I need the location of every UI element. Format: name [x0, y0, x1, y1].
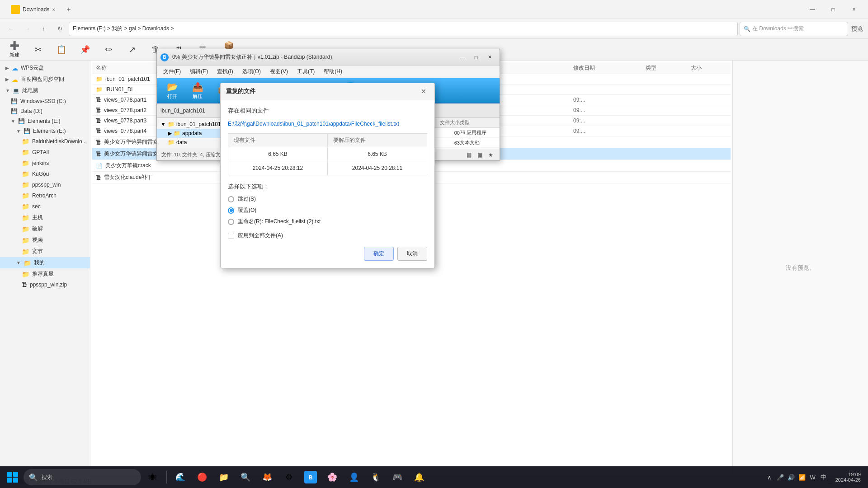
sidebar-item-tuijian[interactable]: 📁 推荐真显 — [0, 268, 90, 280]
sidebar-item-elements-e[interactable]: ▼ 💾 Elements (E:) — [0, 116, 90, 126]
bz-menu-view[interactable]: 视图(V) — [265, 66, 292, 77]
taskbar-app-chrome[interactable]: 🔴 — [192, 467, 212, 487]
view-toggle-button[interactable]: 预览 — [850, 22, 864, 36]
bz-menu-file[interactable]: 文件(F) — [159, 66, 185, 77]
tray-wps[interactable]: W — [808, 473, 817, 482]
bz-title-text: 0% 美少女万华镜异闻雷女修正补丁v1.01.zip - Bandizip (S… — [172, 53, 456, 61]
taskbar-app-explorer[interactable]: 📁 — [214, 467, 234, 487]
maximize-button[interactable]: □ — [823, 2, 844, 17]
bz-menu-find[interactable]: 查找(I) — [212, 66, 237, 77]
bz-close-button[interactable]: ✕ — [483, 52, 496, 62]
dup-apply-all-checkbox[interactable] — [228, 233, 234, 239]
file-icon: 📄 — [96, 163, 103, 169]
chrome-icon: 🔴 — [196, 471, 208, 483]
back-button[interactable]: ← — [4, 22, 18, 36]
sidebar-item-zhuji[interactable]: 📁 主机 — [0, 212, 90, 223]
new-tab-button[interactable]: + — [62, 3, 75, 16]
sidebar-item-label: 宽节 — [32, 248, 43, 255]
sidebar-item-gptall[interactable]: 📁 GPTAll — [0, 147, 90, 158]
taskbar-app-firefox[interactable]: 🦊 — [257, 467, 277, 487]
taskbar-app-anime[interactable]: 🌸 — [322, 467, 342, 487]
sidebar-item-ppsspp-zip[interactable]: 🗜 ppsspp_win.zip — [0, 280, 90, 290]
bz-star-icon[interactable]: ★ — [486, 150, 495, 160]
sidebar-item-kugou[interactable]: 📁 KuGou — [0, 169, 90, 179]
forward-button[interactable]: → — [20, 22, 34, 36]
zip-icon: 🗜 — [22, 282, 27, 288]
drive-icon: 💾 — [11, 108, 18, 114]
bz-list-icon[interactable]: ▤ — [464, 150, 473, 160]
new-button[interactable]: ➕ 新建 — [4, 39, 25, 60]
taskbar-app-settings[interactable]: ⚙ — [279, 467, 299, 487]
sidebar-item-retroarch[interactable]: 📁 RetroArch — [0, 190, 90, 201]
share-button[interactable]: ↗ — [121, 43, 143, 56]
tab-close-button[interactable]: × — [52, 7, 55, 12]
up-button[interactable]: ↑ — [36, 22, 51, 36]
start-button[interactable] — [4, 468, 22, 486]
sidebar-item-wps[interactable]: ▶ ☁ WPS云盘 — [0, 62, 90, 74]
bz-menu-options[interactable]: 选项(O) — [238, 66, 265, 77]
dup-close-button[interactable]: ✕ — [418, 86, 429, 97]
tray-mic[interactable]: 🎤 — [776, 473, 785, 482]
sidebar-item-label: 主机 — [32, 214, 43, 221]
sidebar-item-thispc[interactable]: ▼ 💻 此电脑 — [0, 85, 90, 96]
sidebar-item-video[interactable]: 📁 视频 — [0, 235, 90, 246]
sidebar-item-baidunet[interactable]: 📁 BaiduNetdiskDownlo... — [0, 136, 90, 147]
bz-open-button[interactable]: 📂 打开 — [160, 80, 184, 102]
sidebar-item-windows-ssd[interactable]: 💾 Windows-SSD (C:) — [0, 96, 90, 106]
breadcrumb[interactable]: Elements (E:) > 我的 > gal > Downloads > — [69, 22, 738, 36]
sidebar-item-data-d[interactable]: 💾 Data (D:) — [0, 106, 90, 116]
dup-option-rename[interactable]: 重命名(R): FileCheck_filelist (2).txt — [228, 218, 427, 225]
taskbar-app-notify[interactable]: 🔔 — [409, 467, 429, 487]
taskbar-app-game[interactable]: 🎮 — [387, 467, 407, 487]
dup-option-overwrite[interactable]: 覆盖(O) — [228, 206, 427, 214]
sidebar-item-sec[interactable]: 📁 sec — [0, 201, 90, 212]
taskbar-clock[interactable]: 19:09 2024-04-26 — [832, 472, 864, 483]
copy-button[interactable]: 📋 — [51, 43, 72, 56]
paste-button[interactable]: 📌 — [74, 43, 96, 56]
dup-ok-button[interactable]: 确定 — [364, 247, 394, 261]
sidebar-item-jenkins[interactable]: 📁 jenkins — [0, 158, 90, 169]
taskbar-app-spider[interactable]: 🕷 — [143, 467, 163, 487]
game-icon: 🎮 — [391, 471, 404, 483]
refresh-button[interactable]: ↻ — [52, 22, 67, 36]
bz-menu-edit[interactable]: 编辑(E) — [185, 66, 212, 77]
taskbar-app-penguin[interactable]: 🐧 — [366, 467, 386, 487]
dup-cancel-button[interactable]: 取消 — [397, 247, 427, 261]
sidebar-item-pojie[interactable]: 📁 破解 — [0, 223, 90, 235]
active-tab[interactable]: Downloads × — [4, 3, 62, 16]
cut-button[interactable]: ✂ — [27, 43, 49, 56]
bz-menu-tools[interactable]: 工具(T) — [292, 66, 319, 77]
dup-file-path[interactable]: E:\我的\gal\Downloads\ibun_01_patch101\app… — [228, 120, 427, 128]
tray-speaker[interactable]: 🔊 — [787, 473, 796, 482]
taskbar-app-edge[interactable]: 🌊 — [170, 467, 190, 487]
taskbar-app-search[interactable]: 🔍 — [236, 467, 255, 487]
sidebar-item-ppsspp[interactable]: 📁 ppsspp_win — [0, 179, 90, 190]
dup-option-skip[interactable]: 跳过(S) — [228, 195, 427, 203]
sidebar-item-elements-e2[interactable]: ▼ 💾 Elements (E:) — [0, 126, 90, 136]
expand-arrow: ▼ — [16, 129, 21, 134]
tray-network[interactable]: 📶 — [797, 473, 807, 482]
tray-chevron[interactable]: ∧ — [765, 473, 774, 482]
header-date[interactable]: 修改日期 — [573, 64, 646, 72]
bz-maximize-button[interactable]: □ — [470, 52, 482, 62]
close-button[interactable]: × — [844, 2, 864, 17]
header-size[interactable]: 大小 — [691, 64, 727, 72]
sidebar-item-kuanjie[interactable]: 📁 宽节 — [0, 246, 90, 257]
bz-menu-help[interactable]: 帮助(H) — [319, 66, 347, 77]
minimize-button[interactable]: — — [802, 2, 823, 17]
taskbar-app-bandizip[interactable]: B — [301, 467, 321, 487]
bz-extract-button[interactable]: 📤 解压 — [186, 80, 209, 102]
duplicate-file-dialog: 重复的文件 ✕ 存在相同的文件 E:\我的\gal\Downloads\ibun… — [220, 83, 435, 268]
bz-minimize-button[interactable]: — — [456, 52, 469, 62]
dup-apply-all-row[interactable]: 应用到全部文件(A) — [228, 232, 427, 239]
folder-icon: 📁 — [22, 149, 29, 156]
search-box[interactable]: 🔍 在 Downloads 中搜索 — [740, 22, 848, 36]
rename-button[interactable]: ✏ — [98, 43, 119, 56]
taskbar-search-box[interactable]: 🔍 搜索 — [24, 469, 141, 485]
taskbar-app-user[interactable]: 👤 — [344, 467, 364, 487]
header-type[interactable]: 类型 — [646, 64, 691, 72]
sidebar-item-wode[interactable]: ▼ 📁 我的 — [0, 257, 90, 268]
tray-ime[interactable]: 中 — [819, 473, 828, 482]
bz-grid-icon[interactable]: ▦ — [475, 150, 484, 160]
sidebar-item-baidu[interactable]: ▶ ☁ 百度网盘同步空间 — [0, 74, 90, 85]
